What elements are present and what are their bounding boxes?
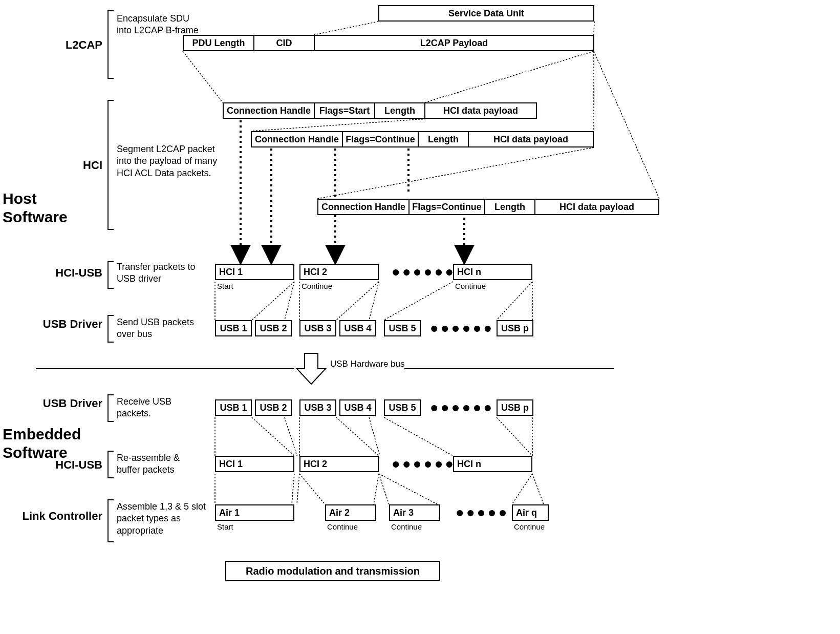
dots-usb-host: ●●●●●● [430, 320, 494, 336]
svg-line-20 [497, 282, 532, 320]
bracket-hci-usb-host [107, 261, 114, 289]
sub-hcin-cont: Continue [455, 282, 486, 290]
bracket-usb-driver-emb [107, 394, 114, 422]
box-usbp-emb: USB p [497, 399, 533, 416]
svg-line-4 [251, 119, 426, 131]
box-air-2: Air 2 [325, 504, 376, 521]
box-usb2-host: USB 2 [255, 320, 292, 336]
section-host-software: Host Software [3, 189, 68, 226]
dots-air: ●●●●● [456, 504, 509, 521]
box-hci-1: HCI 1 [215, 264, 294, 280]
sub-hci1-start: Start [217, 282, 233, 290]
box-usbp-host: USB p [497, 320, 533, 336]
svg-line-6 [317, 147, 594, 199]
svg-line-34 [292, 474, 294, 504]
box-hci3-payload: HCI data payload [534, 199, 659, 215]
box-usb4-emb: USB 4 [339, 399, 376, 416]
desc-hci: Segment L2CAP packet into the payload of… [117, 143, 219, 179]
box-radio: Radio modulation and transmission [225, 561, 440, 581]
box-usb1-host: USB 1 [215, 320, 252, 336]
section-embedded-software: Embedded Software [3, 425, 81, 462]
layer-hci-usb-host: HCI-USB [36, 266, 102, 280]
svg-line-14 [252, 282, 294, 320]
desc-link-controller: Assemble 1,3 & 5 slot packet types as ap… [117, 501, 211, 537]
box-hci2-length: Length [418, 131, 469, 147]
svg-line-37 [374, 474, 379, 504]
svg-line-29 [369, 417, 380, 456]
svg-line-30 [384, 417, 453, 456]
box-sdu: Service Data Unit [378, 5, 594, 22]
desc-hci-usb-emb: Re-assemble & buffer packets [117, 452, 204, 476]
bracket-hci [107, 100, 114, 230]
box-hci-2-emb: HCI 2 [299, 456, 379, 472]
svg-line-2 [183, 51, 223, 102]
box-hci3-flags: Flags=Continue [408, 199, 485, 215]
sub-air1-start: Start [217, 522, 233, 531]
diagram-canvas: Host Software Embedded Software L2CAP En… [0, 0, 840, 634]
desc-usb-driver-host: Send USB packets over bus [117, 316, 204, 341]
svg-line-15 [285, 282, 294, 320]
box-hci2-payload: HCI data payload [468, 131, 594, 147]
box-hci1-payload: HCI data payload [424, 102, 537, 119]
box-air-1: Air 1 [215, 504, 294, 521]
layer-l2cap: L2CAP [41, 38, 102, 52]
bracket-l2cap [107, 10, 114, 79]
sub-hci2-cont: Continue [301, 282, 332, 290]
svg-line-19 [384, 282, 453, 320]
box-hci3-length: Length [484, 199, 535, 215]
box-air-q: Air q [512, 504, 549, 521]
svg-line-26 [285, 417, 297, 456]
box-usb5-host: USB 5 [384, 320, 421, 336]
layer-hci: HCI [41, 159, 102, 172]
sub-airq-cont: Continue [514, 522, 545, 531]
box-hci3-conn: Connection Handle [317, 199, 410, 215]
layer-usb-driver-emb: USB Driver [36, 397, 102, 410]
box-usb5-emb: USB 5 [384, 399, 421, 416]
box-usb3-host: USB 3 [299, 320, 336, 336]
box-usb1-emb: USB 1 [215, 399, 252, 416]
sub-air2-cont: Continue [327, 522, 358, 531]
bracket-link-controller [107, 499, 114, 542]
box-hci1-conn: Connection Handle [223, 102, 315, 119]
box-usb3-emb: USB 3 [299, 399, 336, 416]
svg-line-40 [512, 474, 532, 504]
svg-line-25 [252, 417, 294, 456]
box-pdu-length: PDU Length [183, 35, 254, 51]
box-air-3: Air 3 [389, 504, 440, 521]
box-hci-2: HCI 2 [299, 264, 379, 280]
layer-hci-usb-emb: HCI-USB [36, 458, 102, 472]
desc-l2cap: Encapsulate SDU into L2CAP B-frame [117, 13, 204, 37]
sub-air3-cont: Continue [391, 522, 422, 531]
svg-line-18 [369, 282, 379, 320]
svg-line-31 [497, 417, 532, 456]
svg-line-7 [594, 51, 659, 199]
svg-line-38 [379, 474, 389, 504]
svg-line-1 [594, 22, 594, 35]
svg-line-17 [336, 282, 379, 320]
box-hci-n: HCI n [453, 264, 532, 280]
box-hci-1-emb: HCI 1 [215, 456, 294, 472]
box-hci2-flags: Flags=Continue [342, 131, 419, 147]
box-hci1-flags: Flags=Start [314, 102, 375, 119]
desc-usb-driver-emb: Receive USB packets. [117, 396, 204, 420]
label-usb-bus: USB Hardware bus [330, 358, 405, 370]
bracket-usb-driver-host [107, 315, 114, 343]
svg-line-41 [532, 474, 544, 504]
layer-usb-driver-host: USB Driver [36, 318, 102, 331]
box-usb4-host: USB 4 [339, 320, 376, 336]
svg-line-35 [297, 474, 299, 504]
box-cid: CID [253, 35, 315, 51]
svg-line-39 [379, 474, 438, 504]
box-hci2-conn: Connection Handle [251, 131, 343, 147]
box-hci-n-emb: HCI n [453, 456, 532, 472]
svg-line-3 [425, 51, 594, 102]
box-l2cap-payload: L2CAP Payload [314, 35, 594, 51]
box-usb2-emb: USB 2 [255, 399, 292, 416]
svg-line-28 [336, 417, 379, 456]
box-hci1-length: Length [374, 102, 425, 119]
desc-hci-usb-host: Transfer packets to USB driver [117, 261, 209, 285]
svg-line-36 [299, 474, 325, 504]
layer-link-controller: Link Controller [15, 510, 102, 523]
dots-usb-emb: ●●●●●● [430, 399, 494, 416]
bracket-hci-usb-emb [107, 451, 114, 478]
